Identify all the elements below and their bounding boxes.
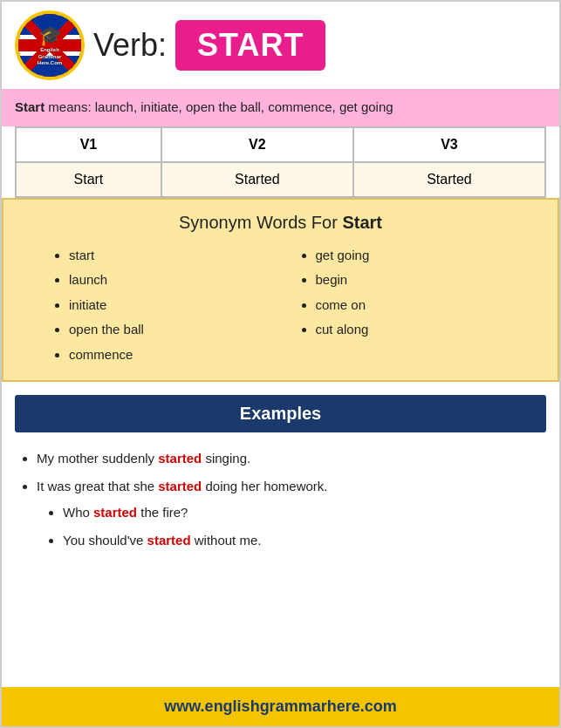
sub-2-highlight: started xyxy=(147,533,191,548)
sub-2-after: without me. xyxy=(191,533,262,548)
sub-example-1: Who started the fire? xyxy=(63,500,542,526)
list-item: get going xyxy=(316,243,545,269)
means-text: means: launch, initiate, open the ball, … xyxy=(44,99,393,114)
list-item: cut along xyxy=(316,317,545,343)
sub-example-2: You should've started without me. xyxy=(63,527,542,554)
sub-1-before: Who xyxy=(63,505,93,520)
synonym-title-bold: Start xyxy=(342,213,382,232)
synonym-title: Synonym Words For Start xyxy=(17,213,544,233)
col-header-v1: V1 xyxy=(16,127,161,162)
footer: www.englishgrammarhere.com xyxy=(2,687,559,726)
example-item-2: It was great that she started doing her … xyxy=(37,473,542,554)
synonym-title-plain: Synonym Words For xyxy=(179,213,342,232)
verb-v3: Started xyxy=(353,162,545,197)
logo-text: EnglishGrammarHere.Com xyxy=(38,47,62,66)
logo: 🎓 EnglishGrammarHere.Com xyxy=(15,10,85,80)
col-header-v3: V3 xyxy=(353,127,545,162)
verb-v1: Start xyxy=(16,162,161,197)
header-title-section: Verb: START xyxy=(93,20,546,71)
col-header-v2: V2 xyxy=(161,127,353,162)
verb-forms-table: V1 V2 V3 Start Started Started xyxy=(15,126,546,198)
examples-sublist: Who started the fire? You should've star… xyxy=(37,500,542,554)
example-1-highlight: started xyxy=(158,451,202,466)
example-2-highlight: started xyxy=(158,479,202,493)
verb-label: Verb: xyxy=(93,27,167,64)
header: 🎓 EnglishGrammarHere.Com Verb: START xyxy=(2,2,559,89)
means-bold-word: Start xyxy=(15,99,44,114)
example-item-1: My mother suddenly started singing. xyxy=(37,446,542,472)
list-item: come on xyxy=(316,293,545,318)
start-badge: START xyxy=(175,20,325,71)
list-item: launch xyxy=(69,268,298,293)
footer-url: www.englishgrammarhere.com xyxy=(164,697,396,715)
examples-header: Examples xyxy=(15,395,546,432)
list-item: start xyxy=(69,243,298,269)
examples-list: My mother suddenly started singing. It w… xyxy=(2,437,559,564)
synonym-section: Synonym Words For Start start launch ini… xyxy=(2,198,559,383)
sub-2-before: You should've xyxy=(63,533,147,548)
synonym-col-2: get going begin come on cut along xyxy=(298,243,545,368)
synonym-columns: start launch initiate open the ball comm… xyxy=(17,243,544,368)
synonym-col-1: start launch initiate open the ball comm… xyxy=(51,243,298,368)
means-section: Start means: launch, initiate, open the … xyxy=(2,89,559,126)
sub-1-highlight: started xyxy=(93,505,137,520)
example-1-after: singing. xyxy=(202,451,250,466)
list-item: begin xyxy=(316,268,545,293)
example-2-before: It was great that she xyxy=(37,479,158,493)
example-2-after: doing her homework. xyxy=(202,479,327,493)
graduation-cap-icon: 🎓 xyxy=(38,24,62,47)
example-1-before: My mother suddenly xyxy=(37,451,158,466)
list-item: open the ball xyxy=(69,317,298,343)
sub-1-after: the fire? xyxy=(137,505,188,520)
list-item: initiate xyxy=(69,293,298,318)
page-wrapper: 🎓 EnglishGrammarHere.Com Verb: START Sta… xyxy=(0,0,561,728)
verb-v2: Started xyxy=(161,162,353,197)
list-item: commence xyxy=(69,343,298,368)
